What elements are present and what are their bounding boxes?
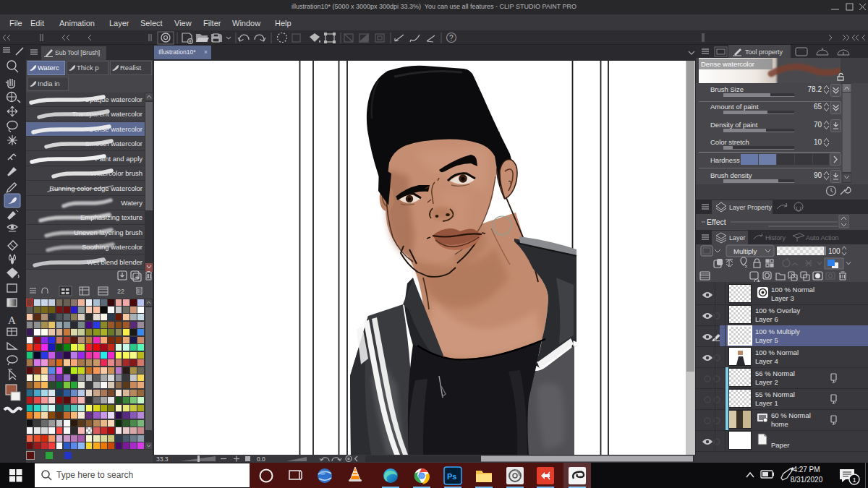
svg-text:?: ? (449, 34, 454, 42)
svg-text:Hardness: Hardness (710, 156, 740, 164)
svg-text:1: 1 (853, 476, 856, 484)
svg-text:Tool property: Tool property (745, 48, 783, 56)
svg-text:Multiply: Multiply (733, 247, 757, 255)
svg-text:Ps: Ps (447, 472, 456, 481)
svg-text:Sub Tool [Brush]: Sub Tool [Brush] (55, 49, 100, 56)
svg-text:Effect: Effect (707, 218, 726, 226)
svg-text:Auto Action: Auto Action (806, 234, 839, 241)
svg-text:A: A (8, 314, 16, 326)
svg-text:History: History (765, 234, 786, 241)
svg-text:33.3: 33.3 (156, 455, 169, 463)
svg-text:100: 100 (828, 247, 841, 255)
svg-text:Layer: Layer (729, 234, 746, 241)
svg-text:22: 22 (117, 288, 124, 295)
svg-text:Dense watercolor: Dense watercolor (701, 60, 754, 68)
svg-text:Layer Property: Layer Property (729, 204, 773, 211)
svg-text:0.0: 0.0 (257, 455, 265, 463)
